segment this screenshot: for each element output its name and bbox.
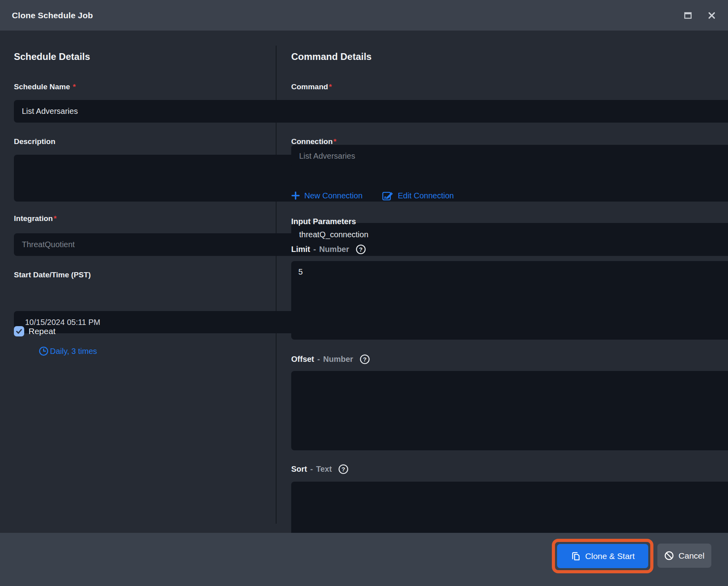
connection-label: Connection* (291, 137, 696, 146)
repeat-schedule-text: Daily, 3 times (50, 347, 97, 356)
svg-text:?: ? (342, 466, 345, 473)
block-icon (664, 551, 674, 561)
help-icon[interactable]: ? (355, 244, 366, 255)
close-icon[interactable] (707, 10, 717, 21)
connection-links-row: New Connection a Edit Connection (291, 190, 696, 202)
edit-connection-text: Edit Connection (398, 191, 454, 200)
svg-text:?: ? (363, 356, 367, 363)
schedule-details-heading: Schedule Details (14, 51, 260, 62)
clock-icon (38, 346, 49, 356)
required-marker: * (334, 137, 336, 146)
param-sort-label: Sort - Text ? (291, 464, 696, 475)
clone-start-label: Clone & Start (585, 551, 635, 561)
help-icon[interactable]: ? (359, 354, 370, 365)
new-connection-text: New Connection (304, 191, 363, 200)
param-limit-label: Limit - Number ? (291, 244, 696, 255)
command-select-value: List Adversaries (299, 152, 728, 161)
repeat-schedule-link[interactable]: Daily, 3 times (38, 346, 97, 356)
connection-select-value: threatQ_connection (299, 230, 728, 239)
plus-icon (291, 191, 300, 200)
schedule-name-input-wrap (14, 100, 728, 123)
maximize-icon[interactable] (683, 10, 693, 21)
required-marker: * (54, 214, 56, 223)
edit-connection-link[interactable]: a Edit Connection (382, 190, 454, 202)
help-icon[interactable]: ? (338, 464, 349, 475)
dialog-body: Schedule Details Schedule Name* Descript… (0, 31, 728, 533)
clone-start-button[interactable]: Clone & Start (557, 544, 648, 568)
integration-label: Integration* (14, 214, 260, 223)
cancel-button[interactable]: Cancel (657, 544, 711, 568)
input-parameters-heading: Input Parameters (291, 217, 696, 226)
dialog-footer: Clone & Start Cancel (0, 533, 728, 586)
svg-text:a: a (384, 195, 387, 200)
param-limit-textarea[interactable]: 5 (291, 261, 728, 340)
repeat-checkbox[interactable] (14, 326, 24, 336)
command-details-heading: Command Details (291, 51, 696, 62)
connection-select[interactable]: threatQ_connection (291, 223, 728, 246)
repeat-label: Repeat (29, 327, 56, 336)
cancel-label: Cancel (678, 551, 704, 561)
copy-icon (570, 551, 581, 561)
svg-text:?: ? (359, 246, 363, 253)
schedule-name-label: Schedule Name* (14, 83, 260, 91)
new-connection-link[interactable]: New Connection (291, 191, 363, 200)
dialog-title: Clone Schedule Job (12, 11, 93, 20)
start-datetime-value: 10/15/2024 05:11 PM (25, 318, 100, 327)
dialog-titlebar: Clone Schedule Job (0, 0, 728, 31)
annotation-highlight-ring: Clone & Start (552, 539, 653, 573)
command-label: Command* (291, 83, 696, 91)
start-datetime-label: Start Date/Time (PST) (14, 271, 260, 279)
required-marker: * (73, 83, 76, 91)
clone-schedule-job-dialog: Clone Schedule Job Schedule Details Sche… (0, 0, 728, 586)
required-marker: * (329, 83, 332, 91)
param-offset-textarea[interactable] (291, 371, 728, 450)
description-label: Description (14, 137, 260, 146)
schedule-name-input[interactable] (22, 107, 728, 116)
param-sort-textarea[interactable] (291, 482, 728, 533)
repeat-row: Repeat (14, 326, 260, 336)
param-offset-label: Offset - Number ? (291, 354, 696, 365)
edit-icon: a (382, 190, 394, 202)
command-select[interactable]: List Adversaries (291, 145, 728, 167)
